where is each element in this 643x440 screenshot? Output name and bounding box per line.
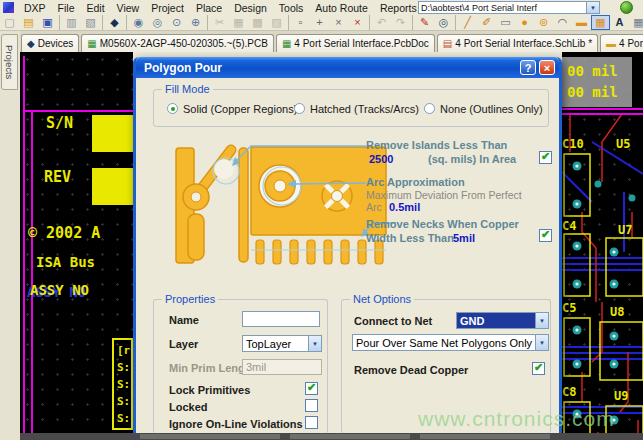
fill-mode-none-radio[interactable] — [424, 103, 435, 114]
remove-islands-checkbox[interactable] — [539, 151, 552, 164]
document-path-value: D:\aobtest\4 Port Serial Interf — [419, 3, 537, 13]
name-input[interactable] — [242, 311, 320, 327]
place-component-icon[interactable]: ▭ — [496, 15, 515, 30]
lock-primitives-checkbox[interactable] — [305, 382, 318, 395]
place-via-icon[interactable]: ⊚ — [534, 15, 553, 30]
layer-value: TopLayer — [243, 338, 291, 350]
remove-dead-copper-checkbox[interactable] — [532, 362, 545, 375]
menu-item[interactable]: Design — [228, 2, 273, 14]
fill-mode-solid-radio[interactable] — [167, 103, 178, 114]
ignore-online-violations-checkbox[interactable] — [305, 416, 318, 429]
menu-item[interactable]: Tools — [273, 2, 310, 14]
chevron-down-icon[interactable]: ▼ — [586, 2, 599, 13]
polygon-pour-icon[interactable]: ▦ — [591, 15, 610, 30]
silkscreen-fill[interactable] — [92, 168, 133, 205]
place-string-icon[interactable]: A — [610, 15, 629, 30]
menu-item[interactable]: Reports — [374, 2, 423, 14]
menu-item[interactable]: Place — [190, 2, 228, 14]
document-tab[interactable]: ◆ Devices — [21, 34, 79, 52]
place-pad-icon[interactable]: ● — [515, 15, 534, 30]
layer-combo[interactable]: TopLayer ▼ — [242, 335, 322, 352]
projects-panel-tab[interactable]: Projects — [1, 34, 18, 90]
place-line-icon[interactable]: ╱ — [455, 15, 477, 30]
new-file-icon[interactable]: ▢ — [0, 15, 19, 30]
help-button[interactable]: ? — [520, 60, 536, 75]
component-refdes[interactable]: U7 — [618, 223, 632, 237]
component-refdes[interactable]: C8 — [562, 385, 576, 399]
bottom-panel-segment[interactable] — [420, 434, 550, 439]
pour-over-combo[interactable]: Pour Over Same Net Polygons Only ▼ — [352, 334, 549, 351]
silkscreen-fill[interactable] — [92, 115, 133, 152]
print-icon[interactable]: ▥ — [59, 15, 81, 30]
bottom-panel-segment[interactable] — [290, 434, 410, 439]
silkscreen-text-block[interactable]: [rS:S:S:S: — [112, 338, 133, 430]
component-refdes[interactable]: C10 — [562, 137, 584, 151]
document-tab-icon: ▦ — [87, 38, 96, 49]
pcb-canvas-right[interactable]: C10 U5 C4 U7 C5 U8 C8 U9 00 mil 00 mil — [562, 52, 643, 433]
place-track-icon[interactable]: ✐ — [477, 15, 496, 30]
component-refdes[interactable]: U8 — [610, 305, 624, 319]
document-path-combo[interactable]: D:\aobtest\4 Port Serial Interf ▼ — [418, 1, 600, 14]
menu-item[interactable]: DXP — [18, 2, 52, 14]
component-refdes[interactable]: U5 — [616, 137, 630, 151]
dialog-title-bar[interactable]: Polygon Pour ? × — [136, 57, 559, 78]
deselect-icon[interactable]: × — [329, 15, 348, 30]
interactive-routing-icon[interactable]: ✎ — [412, 15, 434, 30]
silkscreen-text-assy[interactable]: ASSY NO — [30, 282, 89, 298]
component-refdes[interactable]: U9 — [614, 389, 628, 403]
silkscreen-text-copyright[interactable]: © 2002 A — [28, 224, 100, 242]
zoom-selected-icon[interactable]: ⊙ — [167, 15, 186, 30]
select-area-icon[interactable]: ▫ — [288, 15, 310, 30]
bottom-panel-strip[interactable] — [20, 433, 643, 440]
document-tab[interactable]: ▦ 4 Port Serial Interface.PcbDoc — [276, 34, 435, 52]
print-preview-icon[interactable]: ▧ — [81, 15, 100, 30]
clear-filter-icon[interactable]: × — [348, 15, 367, 30]
remove-necks-value[interactable]: 5mil — [453, 232, 475, 244]
close-button[interactable]: × — [539, 60, 555, 75]
menu-item[interactable]: Project — [145, 2, 190, 14]
place-component-body-icon[interactable]: ▦ — [629, 15, 643, 30]
place-arc-icon[interactable]: ◠ — [553, 15, 572, 30]
pcb-canvas-left[interactable]: S/N REV © 2002 A ISA Bus ASSY NO [rS:S:S… — [20, 52, 133, 433]
paste-special-icon[interactable]: ▨ — [267, 15, 286, 30]
document-tab[interactable]: ▬ 4 Port UART and Line Drivers. — [600, 34, 643, 52]
chevron-down-icon[interactable]: ▼ — [535, 335, 548, 350]
zoom-area-icon[interactable]: ◎ — [148, 15, 167, 30]
chevron-down-icon[interactable]: ▼ — [308, 336, 321, 351]
open-folder-icon[interactable]: ▤ — [19, 15, 38, 30]
cut-icon[interactable]: ✂ — [207, 15, 229, 30]
undo-icon[interactable]: ↶ — [369, 15, 391, 30]
browse-components-icon[interactable]: ◆ — [102, 15, 124, 30]
remove-necks-checkbox[interactable] — [539, 229, 552, 242]
document-tab[interactable]: ▦ M0560X-2AGP-450-020305.~(5).PCB — [81, 34, 274, 52]
menu-item[interactable]: View — [111, 2, 146, 14]
redo-icon[interactable]: ↷ — [391, 15, 410, 30]
fill-mode-hatched-radio[interactable] — [294, 103, 305, 114]
bottom-panel-segment[interactable] — [140, 434, 280, 439]
silkscreen-text-rev[interactable]: REV — [44, 168, 71, 186]
arc-deviation-value[interactable]: 0.5mil — [389, 201, 420, 213]
hud-y-coordinate: 00 mil — [567, 84, 618, 100]
advisor-icon[interactable] — [620, 1, 633, 14]
component-refdes[interactable]: C5 — [562, 301, 576, 315]
silkscreen-text-isa-bus[interactable]: ISA Bus — [36, 254, 95, 270]
copy-icon[interactable]: ▦ — [229, 15, 248, 30]
locked-checkbox[interactable] — [305, 399, 318, 412]
place-fill-icon[interactable]: ▬ — [572, 15, 591, 30]
move-icon[interactable]: + — [310, 15, 329, 30]
menu-item[interactable]: Edit — [81, 2, 111, 14]
search-components-icon[interactable]: ◎ — [434, 15, 453, 30]
save-icon[interactable]: ▣ — [38, 15, 57, 30]
menu-item[interactable]: Auto Route — [309, 2, 374, 14]
chevron-down-icon[interactable]: ▼ — [535, 313, 548, 328]
zoom-pointer-icon[interactable]: ⊕ — [186, 15, 205, 30]
zoom-fit-icon[interactable]: ◉ — [126, 15, 148, 30]
paste-icon[interactable]: ▩ — [248, 15, 267, 30]
menu-item[interactable]: File — [52, 2, 81, 14]
silkscreen-text-sn[interactable]: S/N — [46, 114, 73, 132]
document-tab[interactable]: ▤ 4 Port Serial Interface.SchLib * — [437, 34, 598, 52]
properties-group: Properties Name Layer TopLayer ▼ Min Pri… — [153, 299, 328, 433]
connect-to-net-combo[interactable]: GND ▼ — [456, 312, 549, 329]
remove-islands-value[interactable]: 2500 — [369, 153, 393, 165]
component-refdes[interactable]: C4 — [562, 219, 576, 233]
